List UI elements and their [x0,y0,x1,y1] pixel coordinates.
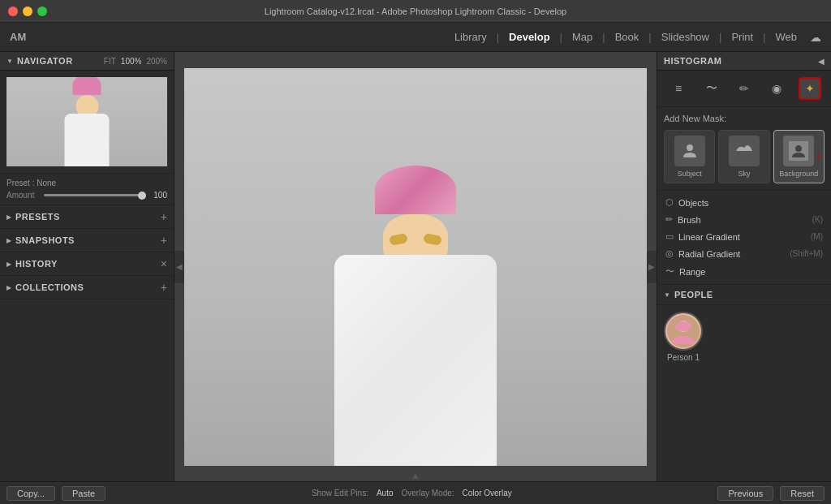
amount-slider[interactable] [44,194,142,196]
mask-tool-range[interactable]: 〜 Range [657,262,831,281]
zoom-fit[interactable]: FIT [104,57,116,66]
presets-add[interactable]: + [161,211,167,222]
nav-items: Library | Develop | Map | Book | Slidesh… [448,28,821,46]
cloud-icon[interactable]: ☁ [810,31,821,44]
sky-icon [734,141,754,161]
history-clear[interactable]: × [161,258,167,269]
tools-row: ≡ 〜 ✏ ◉ ✦ [657,71,831,107]
paste-button[interactable]: Paste [62,486,105,501]
edit-pins-value[interactable]: Auto [377,489,394,498]
collections-header[interactable]: ▶ Collections + [0,276,174,299]
mask-tool-linear[interactable]: ▭ Linear Gradient (M) [657,228,831,245]
nav-slideshow[interactable]: Slideshow [655,28,716,46]
tool-sliders[interactable]: ≡ [667,77,690,100]
collections-section: ▶ Collections + [0,276,174,299]
nav-print[interactable]: Print [725,28,760,46]
navigator-triangle[interactable]: ▼ [6,58,13,65]
svg-point-0 [687,144,693,151]
left-panel-toggle[interactable]: ◀ [174,251,184,283]
close-button[interactable] [8,6,18,16]
snapshots-section: ▶ Snapshots + [0,229,174,252]
radial-label: Radial Gradient [678,249,740,259]
traffic-lights [8,6,47,16]
nav-library[interactable]: Library [448,28,493,46]
people-section: ▼ People Person 1 [657,285,831,481]
snapshots-add[interactable]: + [161,235,167,246]
person-name: Person 1 [667,353,700,362]
snapshots-label: Snapshots [15,235,75,245]
amount-value: 100 [147,191,167,200]
people-header: ▼ People [657,285,831,305]
minimize-button[interactable] [23,6,32,16]
titlebar: Lightroom Catalog-v12.lrcat - Adobe Phot… [0,0,831,23]
show-edit-pins-label: Show Edit Pins: [312,489,368,498]
copy-button[interactable]: Copy... [6,486,55,501]
brush-label: Brush [678,215,701,225]
overlay-mode-label: Overlay Mode: [402,489,454,498]
mask-tools-list: ⬡ Objects ✏ Brush (K) ▭ Linear Gradient … [657,191,831,285]
collections-add[interactable]: + [161,282,167,293]
maximize-button[interactable] [37,6,47,16]
brush-shortcut: (K) [812,215,823,224]
background-icon [789,141,808,161]
history-header[interactable]: ▶ History × [0,252,174,275]
navigator-image [6,77,167,166]
nav-web[interactable]: Web [769,28,804,46]
nav-map[interactable]: Map [566,28,599,46]
zoom-200[interactable]: 200% [146,57,167,66]
tool-masking[interactable]: ✦ [799,77,821,100]
right-panel: Histogram ◀ ≡ 〜 ✏ ◉ ✦ ↓ Add New Mask [657,52,831,481]
previous-button[interactable]: Previous [717,486,773,501]
preset-label: Preset : None [6,179,56,187]
presets-header[interactable]: ▶ Presets + [0,205,174,228]
mask-subject[interactable]: Subject [664,130,715,183]
linear-shortcut: (M) [811,232,823,241]
navigator-title: Navigator [17,56,73,66]
svg-rect-1 [734,149,754,161]
range-label: Range [679,267,705,277]
main-photo [184,68,647,466]
bottom-center-controls: Show Edit Pins: Auto Overlay Mode: Color… [312,489,512,498]
content-area [174,52,657,481]
collections-label: Collections [15,282,84,292]
mask-sky[interactable]: Sky [718,130,769,183]
mask-sky-label: Sky [738,170,750,178]
preset-control: Preset : None Amount 100 [0,173,174,205]
avatar [664,312,703,351]
mask-tool-radial[interactable]: ◎ Radial Gradient (Shift+M) [657,245,831,262]
objects-label: Objects [678,198,708,208]
nav-develop[interactable]: Develop [502,28,557,46]
bottom-arrow[interactable]: ▲ [411,470,420,481]
reset-button[interactable]: Reset [780,486,825,501]
window-title: Lightroom Catalog-v12.lrcat - Adobe Phot… [265,6,566,16]
red-arrow-indicator: ↓ [815,148,821,162]
person-avatar-image [667,315,700,347]
bottom-right-buttons: Previous Reset [717,486,825,501]
tool-brush[interactable]: ✏ [733,77,756,100]
history-label: History [15,259,58,269]
svg-rect-6 [675,321,691,331]
zoom-controls: FIT 100% 200% [104,57,167,66]
people-triangle[interactable]: ▼ [664,291,670,299]
snapshots-header[interactable]: ▶ Snapshots + [0,229,174,252]
zoom-100[interactable]: 100% [121,57,142,66]
tool-curves[interactable]: 〜 [700,77,723,100]
presets-label: Presets [15,212,60,222]
right-panel-toggle[interactable]: ▶ [647,251,657,283]
nav-book[interactable]: Book [609,28,646,46]
presets-section: ▶ Presets + [0,205,174,229]
overlay-value[interactable]: Color Overlay [463,489,512,498]
person-item[interactable]: Person 1 [664,312,703,362]
main-area: ▼ Navigator FIT 100% 200% [0,52,831,481]
person-grid: Person 1 [657,305,831,368]
mask-tool-brush[interactable]: ✏ Brush (K) [657,211,831,228]
linear-label: Linear Gradient [678,232,740,242]
svg-point-3 [795,145,802,152]
tool-eye[interactable]: ◉ [765,77,788,100]
mask-tool-objects[interactable]: ⬡ Objects [657,194,831,211]
histogram-header: Histogram ◀ [657,52,831,71]
mask-options: Subject Sky [664,130,825,183]
histogram-collapse[interactable]: ◀ [818,57,825,66]
add-mask-label: Add New Mask: [664,114,825,123]
mask-subject-label: Subject [678,170,702,178]
